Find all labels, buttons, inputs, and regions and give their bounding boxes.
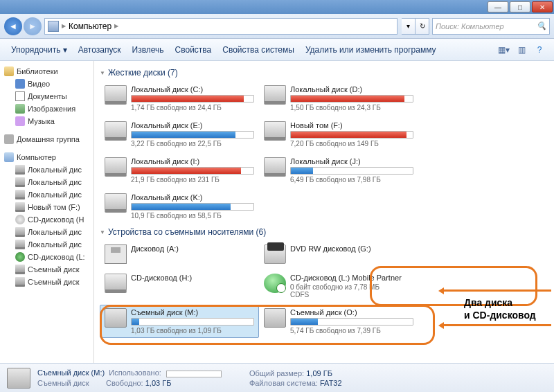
removable-item[interactable]: CD-дисковод (L:) Mobile Partner0 байт св… xyxy=(259,270,418,302)
sidebar-video[interactable]: Видео xyxy=(3,78,91,90)
hard-disk-icon xyxy=(105,193,127,213)
sidebar-homegroup[interactable]: Домашняя группа xyxy=(3,133,91,145)
system-properties-button[interactable]: Свойства системы xyxy=(217,42,300,57)
computer-icon xyxy=(4,152,14,162)
hard-disk-icon xyxy=(105,157,127,177)
free-space-text: 0 байт свободно из 7,78 МБ xyxy=(290,283,413,291)
search-icon: 🔍 xyxy=(537,21,546,31)
sidebar-documents[interactable]: Документы xyxy=(3,90,91,103)
hard-disk-item[interactable]: Новый том (F:) 7,20 ГБ свободно из 149 Г… xyxy=(259,118,418,151)
removable-item[interactable]: DVD RW дисковод (G:) xyxy=(259,241,418,267)
section-removable[interactable]: ▼Устройства со съемными носителями (6) xyxy=(94,224,548,240)
sidebar-drive-item[interactable]: Локальный дис xyxy=(3,226,91,238)
organize-menu[interactable]: Упорядочить ▾ xyxy=(6,42,73,57)
autorun-button[interactable]: Автозапуск xyxy=(73,42,127,57)
capacity-bar xyxy=(290,131,413,139)
capacity-bar xyxy=(131,167,254,175)
breadcrumb-sep-icon: ▶ xyxy=(114,23,118,29)
libraries-icon xyxy=(4,66,14,76)
drive-label: Локальный диск (E:) xyxy=(131,121,254,130)
section-hard-disks[interactable]: ▼Жесткие диски (7) xyxy=(94,65,548,80)
hard-disk-item[interactable]: Локальный диск (D:) 1,50 ГБ свободно из … xyxy=(259,82,418,115)
sidebar-drive-item[interactable]: Локальный дис xyxy=(3,163,91,176)
removable-item[interactable]: CD-дисковод (H:) xyxy=(100,270,259,302)
address-bar[interactable]: ▶ Компьютер ▶ xyxy=(44,18,397,35)
minimize-button[interactable]: — xyxy=(488,1,508,12)
hard-disk-item[interactable]: Локальный диск (J:) 6,49 ГБ свободно из … xyxy=(259,154,418,187)
capacity-bar xyxy=(131,318,254,326)
removable-item[interactable]: Дисковод (A:) xyxy=(100,241,259,267)
sidebar-drive-item[interactable]: Съемный диск xyxy=(3,263,91,276)
capacity-bar xyxy=(290,318,413,326)
forward-button[interactable]: ► xyxy=(24,17,42,35)
help-icon[interactable]: ? xyxy=(532,42,547,57)
drive-label: CD-дисковод (H:) xyxy=(131,274,254,282)
usb-icon xyxy=(15,277,25,287)
drive-label: Дисковод (A:) xyxy=(131,244,254,253)
maximize-button[interactable]: □ xyxy=(510,1,530,12)
chevron-down-icon: ▼ xyxy=(100,229,105,235)
hard-disk-item[interactable]: Локальный диск (I:) 21,9 ГБ свободно из … xyxy=(100,154,259,187)
drive-icon xyxy=(15,165,25,175)
preview-pane-icon[interactable]: ▥ xyxy=(514,42,529,57)
hard-disk-icon xyxy=(264,85,286,105)
search-placeholder: Поиск: Компьютер xyxy=(436,22,504,30)
cd-drive-icon xyxy=(105,274,127,293)
sidebar-drive-item[interactable]: Съемный диск xyxy=(3,276,91,288)
status-drive-name: Съемный диск (M:) xyxy=(37,368,105,377)
drive-icon xyxy=(15,227,25,237)
close-button[interactable]: ✕ xyxy=(532,1,553,12)
floppy-drive-icon xyxy=(105,244,127,264)
navigation-bar: ◄ ► ▶ Компьютер ▶ ▾ ↻ Поиск: Компьютер 🔍 xyxy=(0,14,554,39)
drive-label: Локальный диск (C:) xyxy=(131,85,254,93)
breadcrumb-computer[interactable]: Компьютер xyxy=(69,21,111,31)
sidebar-drive-item[interactable]: Локальный дис xyxy=(3,238,91,251)
uninstall-program-button[interactable]: Удалить или изменить программу xyxy=(300,42,442,57)
hard-disk-item[interactable]: Локальный диск (E:) 3,22 ГБ свободно из … xyxy=(100,118,259,151)
drive-label: CD-дисковод (L:) Mobile Partner xyxy=(290,274,413,282)
sidebar-drive-item[interactable]: CD-дисковод (H xyxy=(3,213,91,226)
sidebar-computer[interactable]: Компьютер xyxy=(3,151,91,163)
sidebar-drive-item[interactable]: CD-дисковод (L: xyxy=(3,251,91,263)
free-space-text: 6,49 ГБ свободно из 7,98 ГБ xyxy=(290,176,413,184)
hard-disk-icon xyxy=(264,121,286,141)
drive-label: Локальный диск (J:) xyxy=(290,157,413,166)
free-space-text: 10,9 ГБ свободно из 58,5 ГБ xyxy=(131,212,254,220)
removable-item[interactable]: Съемный диск (O:)5,74 ГБ свободно из 7,3… xyxy=(259,305,418,338)
usb-drive-icon xyxy=(7,368,30,389)
free-space-text: 3,22 ГБ свободно из 22,5 ГБ xyxy=(131,140,254,148)
sidebar-music[interactable]: Музыка xyxy=(3,115,91,127)
view-options-icon[interactable]: ▦▾ xyxy=(496,42,511,57)
search-input[interactable]: Поиск: Компьютер 🔍 xyxy=(432,18,550,35)
capacity-bar xyxy=(290,167,413,175)
removable-item[interactable]: Съемный диск (M:)1,03 ГБ свободно из 1,0… xyxy=(100,305,259,338)
drive-icon xyxy=(15,190,25,199)
hard-disk-item[interactable]: Локальный диск (K:) 10,9 ГБ свободно из … xyxy=(100,190,259,223)
capacity-bar xyxy=(131,95,254,103)
refresh-button[interactable]: ↻ xyxy=(416,18,429,35)
eject-button[interactable]: Извлечь xyxy=(127,42,170,57)
sidebar-drive-item[interactable]: Новый том (F:) xyxy=(3,201,91,213)
cd-green-icon xyxy=(15,252,25,262)
address-dropdown-button[interactable]: ▾ xyxy=(402,18,416,35)
homegroup-icon xyxy=(4,134,14,144)
hard-disk-icon xyxy=(105,85,127,105)
sidebar-libraries[interactable]: Библиотеки xyxy=(3,65,91,78)
free-space-text: 21,9 ГБ свободно из 231 ГБ xyxy=(131,176,254,184)
drive-label: Съемный диск (M:) xyxy=(131,308,254,317)
capacity-bar xyxy=(290,95,413,103)
sidebar-drive-item[interactable]: Локальный дис xyxy=(3,188,91,201)
usb-drive-icon xyxy=(264,308,286,328)
hard-disk-item[interactable]: Локальный диск (C:) 1,74 ГБ свободно из … xyxy=(100,82,259,115)
annotation-text: Два диска и CD-дисковод xyxy=(464,296,536,321)
sidebar-pictures[interactable]: Изображения xyxy=(3,103,91,115)
sidebar-drive-item[interactable]: Локальный дис xyxy=(3,176,91,188)
computer-icon xyxy=(48,21,59,32)
hard-disk-icon xyxy=(264,157,286,177)
free-space-text: 7,20 ГБ свободно из 149 ГБ xyxy=(290,140,413,148)
documents-icon xyxy=(15,91,25,101)
navigation-pane: Библиотеки Видео Документы Изображения М… xyxy=(0,61,94,363)
properties-button[interactable]: Свойства xyxy=(170,42,217,57)
back-button[interactable]: ◄ xyxy=(4,17,22,35)
video-icon xyxy=(15,79,25,89)
